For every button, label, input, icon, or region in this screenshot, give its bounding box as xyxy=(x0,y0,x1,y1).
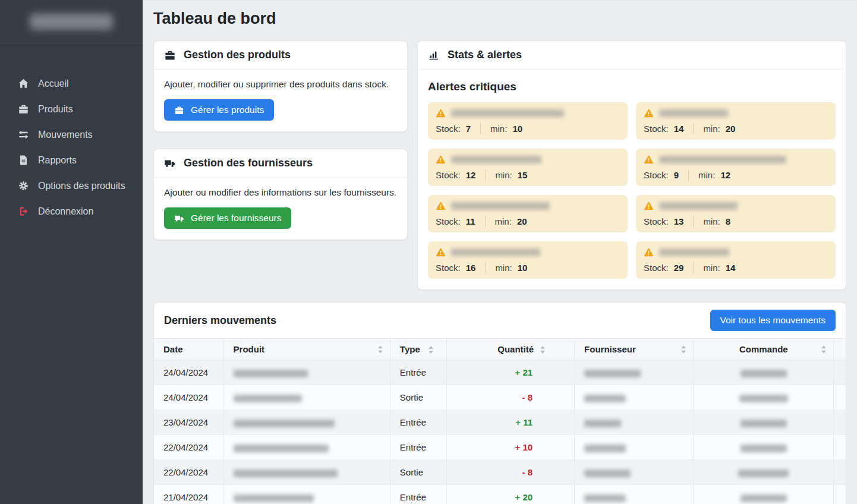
cell-produit xyxy=(223,435,390,460)
manage-suppliers-button[interactable]: Gérer les fournisseurs xyxy=(164,207,291,229)
stock-value: 14 xyxy=(674,124,684,134)
min-value: 8 xyxy=(726,216,730,226)
exchange-arrows-icon xyxy=(18,129,29,140)
manage-products-button[interactable]: Gérer les produits xyxy=(164,99,274,121)
redacted-order-number xyxy=(741,445,787,452)
cell-spacer xyxy=(834,385,846,410)
sidebar-item-accueil[interactable]: Accueil xyxy=(0,71,143,96)
table-row: 23/04/2024 Entrée + 11 xyxy=(154,410,846,435)
stock-value: 11 xyxy=(466,216,475,226)
stats-card-title: Stats & alertes xyxy=(448,49,522,61)
cell-fournisseur xyxy=(575,385,694,410)
cell-quantite: + 11 xyxy=(446,410,574,435)
sidebar-item-mouvements[interactable]: Mouvements xyxy=(0,122,143,147)
cell-commande xyxy=(694,485,834,504)
alert-card: Stock:13min:8 xyxy=(636,195,836,232)
redacted-order-number xyxy=(741,420,787,427)
cell-quantite: - 8 xyxy=(446,460,574,485)
cell-date: 21/04/2024 xyxy=(154,485,223,504)
redacted-product-name xyxy=(234,370,308,377)
briefcase-icon xyxy=(174,105,184,115)
redacted-product-name xyxy=(234,420,335,427)
column-header-commande[interactable]: Commande xyxy=(694,339,834,360)
view-all-movements-button[interactable]: Voir tous les mouvements xyxy=(710,310,836,331)
alert-card: Stock:12min:15 xyxy=(428,149,628,186)
cell-produit xyxy=(223,360,390,385)
sidebar-item-produits[interactable]: Produits xyxy=(0,96,143,122)
cell-spacer xyxy=(834,410,846,435)
logo-redacted xyxy=(30,14,113,30)
alert-card: Stock:16min:10 xyxy=(428,241,628,279)
column-header-spacer xyxy=(834,339,846,360)
sort-icon[interactable] xyxy=(540,346,546,354)
products-card-header: Gestion des produits xyxy=(154,41,407,70)
divider xyxy=(693,216,694,227)
table-header-row: Date Produit Type Quantité Fournisseur C… xyxy=(154,339,846,360)
redacted-product-name xyxy=(659,248,729,256)
sidebar-item-label: Produits xyxy=(38,104,73,115)
column-header-quantite[interactable]: Quantité xyxy=(446,339,574,360)
warning-icon xyxy=(436,247,446,257)
sidebar-item-deconnexion[interactable]: Déconnexion xyxy=(0,199,143,224)
divider xyxy=(485,216,486,227)
sort-icon[interactable] xyxy=(821,345,827,353)
cell-type: Entrée xyxy=(390,435,446,460)
divider xyxy=(480,123,481,134)
cell-fournisseur xyxy=(575,485,694,504)
cell-date: 22/04/2024 xyxy=(154,435,223,460)
sort-icon[interactable] xyxy=(428,346,434,354)
sort-icon[interactable] xyxy=(680,345,686,353)
redacted-order-number xyxy=(741,494,787,502)
sidebar-nav: Accueil Produits Mouvements Rapports Opt… xyxy=(0,71,143,224)
cell-quantite: + 10 xyxy=(446,435,574,460)
cell-type: Sortie xyxy=(390,460,446,485)
redacted-product-name xyxy=(451,156,541,163)
app-logo xyxy=(0,0,143,43)
cell-date: 24/04/2024 xyxy=(154,385,223,410)
redacted-supplier-name xyxy=(584,395,626,402)
table-row: 21/04/2024 Entrée + 20 xyxy=(154,485,846,504)
suppliers-card: Gestion des fournisseurs Ajouter ou modi… xyxy=(153,149,408,240)
warning-icon xyxy=(436,201,446,211)
column-header-type[interactable]: Type xyxy=(390,339,446,360)
cell-produit xyxy=(223,385,390,410)
cell-produit xyxy=(223,410,390,435)
min-value: 12 xyxy=(720,170,730,180)
divider xyxy=(485,262,486,273)
cell-commande xyxy=(694,360,834,385)
min-value: 14 xyxy=(726,263,736,273)
stats-card: Stats & alertes Alertes critiques Stock:… xyxy=(417,40,846,290)
redacted-product-name xyxy=(234,494,314,502)
redacted-product-name xyxy=(234,445,329,452)
min-value: 10 xyxy=(518,263,528,273)
cell-produit xyxy=(223,485,390,504)
column-header-fournisseur[interactable]: Fournisseur xyxy=(575,339,694,360)
stock-value: 12 xyxy=(466,170,476,180)
cell-fournisseur xyxy=(575,435,694,460)
products-card-description: Ajouter, modifier ou supprimer des produ… xyxy=(164,79,397,90)
redacted-product-name xyxy=(659,202,738,210)
suppliers-card-title: Gestion des fournisseurs xyxy=(184,157,313,169)
stock-value: 9 xyxy=(674,170,679,180)
redacted-product-name xyxy=(451,202,550,210)
divider xyxy=(688,169,689,181)
document-icon xyxy=(18,155,29,166)
cell-date: 23/04/2024 xyxy=(154,410,223,435)
truck-icon xyxy=(164,158,176,169)
column-header-produit[interactable]: Produit xyxy=(223,339,390,360)
sidebar-item-rapports[interactable]: Rapports xyxy=(0,147,143,173)
redacted-product-name xyxy=(451,109,564,117)
left-column: Gestion des produits Ajouter, modifier o… xyxy=(153,40,408,240)
redacted-supplier-name xyxy=(584,370,641,377)
sort-icon[interactable] xyxy=(377,345,383,353)
alert-card: Stock:7min:10 xyxy=(428,102,628,140)
min-value: 20 xyxy=(726,124,736,134)
stock-value: 29 xyxy=(674,263,684,273)
logout-icon xyxy=(18,206,29,217)
warning-icon xyxy=(644,201,654,211)
cell-spacer xyxy=(834,435,846,460)
sidebar-item-options[interactable]: Options des produits xyxy=(0,173,143,199)
redacted-product-name xyxy=(234,470,338,477)
divider xyxy=(485,169,486,181)
cell-quantite: - 8 xyxy=(446,385,574,410)
